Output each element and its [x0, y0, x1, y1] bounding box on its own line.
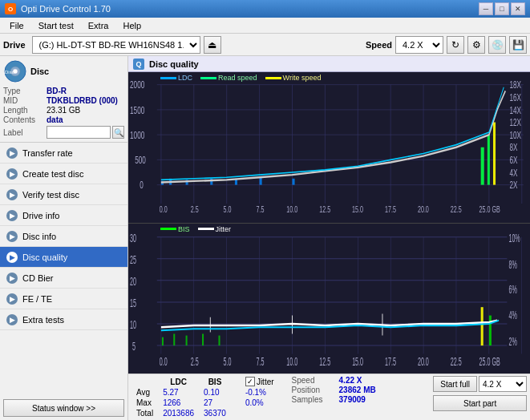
svg-text:2.5: 2.5 [191, 205, 199, 215]
close-button[interactable]: ✕ [511, 2, 525, 15]
eject-button[interactable]: ⏏ [204, 36, 221, 54]
maximize-button[interactable]: □ [495, 2, 509, 15]
jitter-checkbox[interactable]: ✓ [245, 377, 255, 386]
svg-text:2%: 2% [508, 335, 516, 347]
svg-text:8%: 8% [508, 258, 516, 270]
sidebar-item-fe-te[interactable]: ▶ FE / TE [0, 289, 127, 309]
svg-text:15: 15 [130, 297, 136, 309]
transfer-rate-icon: ▶ [6, 147, 18, 159]
sidebar-item-create-test-disc[interactable]: ▶ Create test disc [0, 164, 127, 184]
svg-text:6%: 6% [508, 283, 516, 295]
menu-file[interactable]: File [3, 19, 30, 32]
svg-rect-56 [493, 123, 496, 185]
disc-icon: Disc [3, 59, 27, 83]
verify-test-icon: ▶ [6, 189, 18, 200]
svg-text:30: 30 [130, 232, 136, 244]
mid-label: MID [3, 96, 45, 105]
svg-text:25.0 GB: 25.0 GB [479, 205, 500, 215]
svg-text:2000: 2000 [130, 79, 144, 90]
svg-text:1000: 1000 [130, 129, 144, 140]
quality-header: Q Disc quality [128, 56, 530, 72]
sidebar-item-disc-info[interactable]: ▶ Disc info [0, 226, 127, 247]
fe-te-icon: ▶ [6, 293, 18, 305]
svg-rect-102 [218, 335, 220, 345]
svg-text:1500: 1500 [130, 104, 144, 115]
charts-area: LDC Read speed Write speed [128, 72, 530, 374]
status-window-button[interactable]: Status window >> [3, 399, 124, 417]
label-input[interactable] [47, 126, 111, 139]
sidebar-item-transfer-rate[interactable]: ▶ Transfer rate [0, 143, 127, 164]
content-area: Q Disc quality LDC Read speed [128, 56, 530, 420]
start-full-button[interactable]: Start full [433, 376, 477, 392]
type-label: Type [3, 87, 45, 95]
svg-rect-55 [488, 135, 490, 185]
start-part-button[interactable]: Start part [433, 395, 527, 411]
mid-value: TDKBLDRBD (000) [47, 96, 118, 105]
svg-text:6X: 6X [509, 154, 517, 165]
menu-start-test[interactable]: Start test [32, 19, 80, 32]
svg-text:2.5: 2.5 [191, 355, 199, 367]
svg-text:10: 10 [130, 318, 136, 330]
sidebar-item-drive-info[interactable]: ▶ Drive info [0, 205, 127, 226]
app-icon: O [5, 3, 16, 14]
nav-list: ▶ Transfer rate ▶ Create test disc ▶ Ver… [0, 143, 127, 396]
quality-header-icon: Q [133, 59, 144, 70]
svg-text:10%: 10% [508, 232, 520, 244]
disc-panel-title: Disc [30, 67, 49, 76]
chart1-legend: LDC Read speed Write speed [160, 74, 321, 82]
speed-stat-value: 4.22 X [339, 376, 362, 385]
svg-rect-101 [202, 333, 204, 345]
label-label: Label [3, 128, 45, 137]
quality-title: Disc quality [149, 59, 199, 69]
bis-header: BIS [199, 376, 231, 387]
disc-button[interactable]: 💿 [488, 36, 506, 54]
speed-dropdown[interactable]: 4.2 X [479, 376, 527, 392]
svg-text:22.5: 22.5 [451, 355, 462, 367]
svg-text:17.5: 17.5 [385, 355, 396, 367]
svg-text:7.5: 7.5 [257, 205, 265, 215]
svg-text:0.0: 0.0 [160, 205, 168, 215]
stats-area: LDC BIS ✓ Jitter Avg 5.27 0.10 -0.1% [128, 374, 530, 420]
sidebar-item-extra-tests[interactable]: ▶ Extra tests [0, 309, 127, 330]
svg-text:Disc: Disc [5, 70, 14, 75]
length-value: 23.31 GB [47, 106, 80, 115]
menu-extra[interactable]: Extra [82, 19, 115, 32]
chart1-container: LDC Read speed Write speed [128, 72, 530, 224]
svg-rect-53 [292, 179, 294, 185]
drive-select[interactable]: (G:) HL-DT-ST BD-RE WH16NS48 1.D3 [32, 36, 200, 54]
refresh-button[interactable]: ↻ [447, 36, 464, 54]
position-label: Position [292, 386, 336, 394]
svg-text:20: 20 [130, 275, 136, 287]
svg-text:0.0: 0.0 [160, 355, 168, 367]
speed-select[interactable]: 4.2 X [395, 36, 443, 54]
extra-tests-icon: ▶ [6, 314, 18, 325]
svg-text:10X: 10X [509, 129, 521, 140]
sidebar: Disc Disc Type BD-R MID TDKBLDRBD (000) … [0, 56, 128, 420]
svg-text:17.5: 17.5 [385, 205, 396, 215]
svg-text:20.0: 20.0 [418, 205, 429, 215]
drive-info-icon: ▶ [6, 210, 18, 221]
svg-text:12.5: 12.5 [319, 205, 330, 215]
settings-button[interactable]: ⚙ [467, 36, 485, 54]
label-search-button[interactable]: 🔍 [112, 126, 124, 139]
chart2-svg: 30 25 20 15 10 5 10% 8% 6% 4% 2% 0.0 2.5… [128, 224, 530, 374]
max-label: Max [131, 398, 158, 408]
menu-help[interactable]: Help [116, 19, 148, 32]
contents-value: data [47, 115, 63, 124]
sidebar-item-verify-test-disc[interactable]: ▶ Verify test disc [0, 184, 127, 205]
sidebar-item-disc-quality[interactable]: ▶ Disc quality [0, 247, 127, 268]
sidebar-item-cd-bier[interactable]: ▶ CD Bier [0, 268, 127, 289]
svg-rect-103 [481, 307, 483, 345]
svg-text:18X: 18X [509, 79, 521, 90]
ldc-header: LDC [158, 376, 199, 387]
svg-rect-99 [173, 333, 175, 345]
chart2-container: BIS Jitter [128, 224, 530, 374]
svg-text:25: 25 [130, 253, 136, 265]
position-value: 23862 MB [339, 386, 376, 394]
create-test-icon: ▶ [6, 168, 18, 180]
svg-text:15.0: 15.0 [352, 355, 363, 367]
save-button[interactable]: 💾 [509, 36, 527, 54]
minimize-button[interactable]: ─ [479, 2, 493, 15]
stats-table: LDC BIS ✓ Jitter Avg 5.27 0.10 -0.1% [131, 376, 279, 418]
menu-bar: File Start test Extra Help [0, 18, 530, 34]
